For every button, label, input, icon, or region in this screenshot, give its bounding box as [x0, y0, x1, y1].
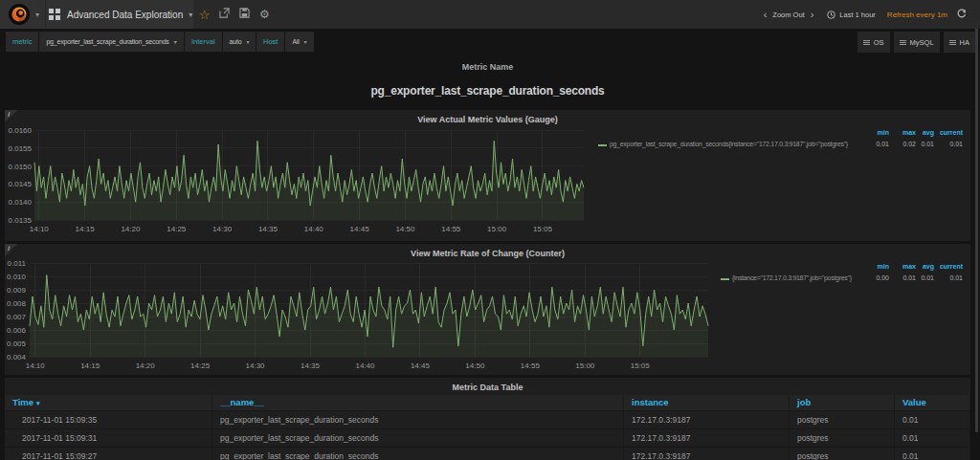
legend-header-current: current — [921, 129, 963, 136]
legend-header-current: current — [921, 263, 963, 270]
variable-interval-value-dropdown[interactable]: auto▾ — [223, 32, 256, 52]
svg-text:14:25: 14:25 — [167, 225, 187, 233]
legend-value-current: 0.01 — [921, 141, 963, 147]
submenu: metric pg_exporter_last_scrape_duration_… — [0, 29, 980, 55]
legend-value-current: 0.01 — [921, 274, 963, 281]
table-cell: pg_exporter_last_scrape_duration_seconds — [212, 448, 624, 460]
table-cell: 2017-11-01 15:09:35 — [5, 411, 212, 428]
svg-text:14:40: 14:40 — [355, 361, 375, 370]
time-forward-button[interactable]: › — [805, 9, 820, 20]
svg-text:0.005: 0.005 — [7, 340, 27, 348]
metric-name-value: pg_exporter_last_scrape_duration_seconds — [5, 84, 970, 98]
table-header-Time[interactable]: Time▾ — [5, 395, 212, 410]
dashboard-title-button[interactable]: Advanced Data Exploration ▾ — [49, 9, 192, 20]
variable-host: Host All▾ — [256, 32, 314, 52]
variable-interval: Interval auto▾ — [185, 32, 256, 52]
refresh-button[interactable] — [957, 9, 967, 20]
time-back-button[interactable]: ‹ — [758, 9, 773, 20]
variable-host-value-dropdown[interactable]: All▾ — [285, 32, 313, 52]
share-icon — [219, 8, 230, 18]
table-cell: 172.17.0.3:9187 — [624, 448, 790, 460]
dashboard-list-icon — [949, 40, 956, 45]
svg-text:14:25: 14:25 — [190, 361, 211, 370]
svg-text:14:20: 14:20 — [121, 225, 141, 233]
table-cell: postgres — [790, 411, 895, 428]
table-cell: 2017-11-01 15:09:27 — [5, 448, 212, 460]
dashboard-title: Advanced Data Exploration — [67, 10, 183, 20]
legend-series-dash-icon — [598, 144, 607, 146]
table-cell: pg_exporter_last_scrape_duration_seconds — [212, 411, 624, 428]
dashboard-links: OS MySQL HA — [858, 32, 975, 53]
table-cell: postgres — [790, 429, 895, 447]
time-range-button[interactable]: Last 1 hour — [827, 11, 876, 19]
svg-text:14:10: 14:10 — [26, 361, 46, 370]
grafana-logo-icon — [8, 3, 31, 26]
star-button[interactable]: ☆ — [194, 8, 214, 22]
zoom-out-button[interactable]: Zoom Out — [772, 11, 804, 19]
svg-text:14:15: 14:15 — [76, 225, 96, 233]
table-cell: postgres — [790, 448, 895, 460]
legend-series-dash-icon — [721, 278, 729, 280]
logo-caret-icon: ▾ — [35, 11, 39, 19]
svg-text:15:05: 15:05 — [533, 225, 553, 233]
variable-metric: metric pg_exporter_last_scrape_duration_… — [6, 32, 184, 52]
table-header-name[interactable]: __name__ — [212, 395, 624, 410]
svg-text:15:05: 15:05 — [631, 361, 651, 370]
svg-text:0.004: 0.004 — [7, 353, 27, 361]
gauge-graph-plot[interactable]: 0.01350.01400.01450.01500.01550.016014:1… — [5, 110, 970, 241]
table-row: 2017-11-01 15:09:27pg_exporter_last_scra… — [5, 447, 970, 460]
save-icon — [239, 8, 250, 18]
gauge-graph-panel: i View Actual Metric Values (Gauge) 0.01… — [5, 110, 970, 241]
rate-graph-plot[interactable]: 0.0040.0050.0060.0070.0080.0090.0100.011… — [5, 244, 970, 375]
variable-host-label: Host — [256, 32, 284, 52]
variable-interval-label: Interval — [185, 32, 222, 52]
brand-section: ▾ Advanced Data Exploration ▾ — [0, 0, 193, 29]
dashboard-grid-icon — [49, 9, 60, 20]
sort-caret-icon: ▾ — [36, 400, 40, 406]
svg-text:0.0145: 0.0145 — [9, 180, 33, 188]
clock-icon — [827, 11, 835, 19]
svg-text:14:15: 14:15 — [80, 361, 100, 370]
svg-text:0.008: 0.008 — [7, 299, 27, 308]
settings-button[interactable]: ⚙ — [255, 8, 275, 21]
dashboard-link-os[interactable]: OS — [858, 32, 890, 53]
metric-name-panel: Metric Name pg_exporter_last_scrape_dura… — [5, 57, 970, 107]
table-header-job[interactable]: job — [790, 395, 895, 410]
svg-text:14:45: 14:45 — [411, 361, 431, 370]
table-cell: 172.17.0.3:9187 — [624, 429, 790, 447]
svg-text:14:20: 14:20 — [136, 361, 156, 370]
refresh-interval-button[interactable]: Refresh every 1m — [887, 11, 947, 19]
metric-name-panel-title[interactable]: Metric Name — [5, 62, 970, 72]
share-button[interactable] — [214, 8, 234, 21]
dropdown-caret-icon: ▾ — [174, 38, 177, 45]
dashboard-link-mysql[interactable]: MySQL — [894, 32, 940, 53]
brand-divider — [45, 0, 46, 29]
svg-text:14:45: 14:45 — [350, 225, 370, 233]
legend-series-name[interactable]: {instance="172.17.0.3:9187",job="postgre… — [732, 274, 852, 281]
svg-text:0.010: 0.010 — [7, 273, 27, 281]
svg-text:14:55: 14:55 — [441, 225, 461, 233]
table-header-row: Time▾__name__instancejobValue — [5, 395, 970, 410]
grafana-menu-button[interactable]: ▾ — [0, 3, 39, 26]
save-button[interactable] — [234, 8, 255, 21]
svg-text:0.0135: 0.0135 — [9, 216, 33, 225]
legend-series-name[interactable]: pg_exporter_last_scrape_duration_seconds… — [610, 141, 848, 147]
time-controls: ‹ Zoom Out › Last 1 hour Refresh every 1… — [758, 0, 967, 29]
table-cell: 172.17.0.3:9187 — [624, 411, 790, 428]
table-panel-title[interactable]: Metric Data Table — [5, 383, 970, 392]
svg-text:14:35: 14:35 — [301, 361, 321, 370]
svg-text:14:40: 14:40 — [304, 225, 324, 233]
table-header-Value[interactable]: Value — [895, 395, 970, 410]
table-row: 2017-11-01 15:09:35pg_exporter_last_scra… — [5, 410, 970, 428]
svg-text:0.006: 0.006 — [7, 326, 27, 335]
svg-text:0.007: 0.007 — [7, 313, 27, 321]
variable-metric-value-dropdown[interactable]: pg_exporter_last_scrape_duration_seconds… — [39, 32, 183, 52]
table-header-instance[interactable]: instance — [624, 395, 790, 410]
dashboard-list-icon — [863, 40, 870, 45]
dashboard-link-ha[interactable]: HA — [944, 32, 975, 53]
scrollbar-thumb[interactable] — [975, 29, 978, 432]
metric-data-table-panel: Metric Data Table Time▾__name__instancej… — [5, 378, 970, 460]
svg-text:0.011: 0.011 — [8, 259, 27, 268]
rate-graph-panel: i View Metric Rate of Change (Counter) 0… — [5, 244, 970, 375]
table-cell: pg_exporter_last_scrape_duration_seconds — [212, 429, 624, 447]
